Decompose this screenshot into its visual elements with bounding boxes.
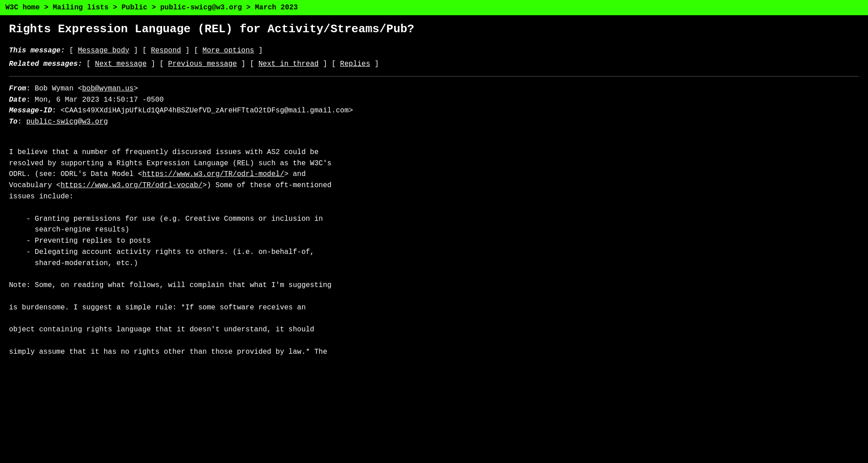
body-list: - Granting permissions for use (e.g. Cre…: [9, 215, 323, 267]
previous-message-link[interactable]: Previous message: [168, 60, 237, 68]
bracket-open-1: [: [69, 47, 77, 55]
body-note3: object containing rights language that i…: [9, 326, 314, 334]
related-nav: Related messages: [ Next message ] [ Pre…: [9, 59, 859, 69]
breadcrumb-sep-4: >: [246, 4, 255, 12]
from-name: Bob Wyman: [35, 85, 73, 93]
body-note2-text: is burdensome. I suggest a simple rule: …: [9, 304, 306, 312]
page-title: Rights Expression Language (REL) for Act…: [9, 22, 859, 36]
to-address-link[interactable]: public-swicg@w3.org: [26, 118, 107, 126]
message-body-link[interactable]: Message body: [78, 47, 129, 55]
message-id-value: <CAA1s49XXdiHAjpUfkLd1QAP4hBSZUefVD_zAre…: [60, 107, 353, 115]
breadcrumb-sep-1: >: [44, 4, 52, 12]
body-note: Note: Some, on reading what follows, wil…: [9, 281, 331, 289]
breadcrumb-w3c-home[interactable]: W3C home: [5, 4, 40, 12]
bracket-close-1: ] [: [133, 47, 150, 55]
related-label: Related messages:: [9, 60, 82, 68]
respond-link[interactable]: Respond: [151, 47, 181, 55]
bracket-close-r1: ] [: [151, 60, 168, 68]
bracket-close-r4: ]: [374, 60, 379, 68]
message-id-label: Message-ID: [9, 107, 52, 115]
this-message-label: This message:: [9, 47, 65, 55]
breadcrumb-mailing-lists[interactable]: Mailing lists: [53, 4, 109, 12]
breadcrumb-bar: W3C home > Mailing lists > Public > publ…: [0, 0, 868, 15]
odrl-vocab-link[interactable]: https://www.w3.org/TR/odrl-vocab/: [60, 181, 202, 189]
from-label: From: [9, 85, 26, 93]
email-body: I believe that a number of frequently di…: [9, 136, 859, 369]
bracket-open-r1: [: [86, 60, 95, 68]
breadcrumb-sep-2: >: [113, 4, 121, 12]
date-value: Mon, 6 Mar 2023 14:50:17 -0500: [35, 96, 164, 104]
body-para1: I believe that a number of frequently di…: [9, 148, 331, 201]
next-message-link[interactable]: Next message: [95, 60, 146, 68]
bracket-close-2: ] [: [185, 47, 202, 55]
from-line: From: Bob Wyman <bob@wyman.us>: [9, 84, 859, 94]
breadcrumb-public[interactable]: Public: [121, 4, 147, 12]
body-note4: simply assume that it has no rights othe…: [9, 348, 327, 356]
message-id-line: Message-ID: <CAA1s49XXdiHAjpUfkLd1QAP4hB…: [9, 106, 859, 116]
bracket-close-r3: ] [: [323, 60, 340, 68]
message-nav: This message: [ Message body ] [ Respond…: [9, 46, 859, 56]
odrl-model-link[interactable]: https://www.w3.org/TR/odrl-model/: [142, 170, 284, 178]
breadcrumb-swicg[interactable]: public-swicg@w3.org: [160, 4, 242, 12]
bracket-close-3: ]: [258, 47, 263, 55]
more-options-link[interactable]: More options: [202, 47, 254, 55]
main-content: Rights Expression Language (REL) for Act…: [0, 15, 868, 376]
to-line: To: public-swicg@w3.org: [9, 117, 859, 127]
from-email-link[interactable]: bob@wyman.us: [82, 85, 133, 93]
email-meta: From: Bob Wyman <bob@wyman.us> Date: Mon…: [9, 84, 859, 127]
to-label: To: [9, 118, 17, 126]
bracket-close-r2: ] [: [241, 60, 258, 68]
breadcrumb-march-2023[interactable]: March 2023: [255, 4, 298, 12]
date-label: Date: [9, 96, 26, 104]
date-line: Date: Mon, 6 Mar 2023 14:50:17 -0500: [9, 95, 859, 105]
divider: [9, 76, 859, 77]
next-in-thread-link[interactable]: Next in thread: [258, 60, 318, 68]
replies-link[interactable]: Replies: [340, 60, 370, 68]
breadcrumb-sep-3: >: [151, 4, 160, 12]
